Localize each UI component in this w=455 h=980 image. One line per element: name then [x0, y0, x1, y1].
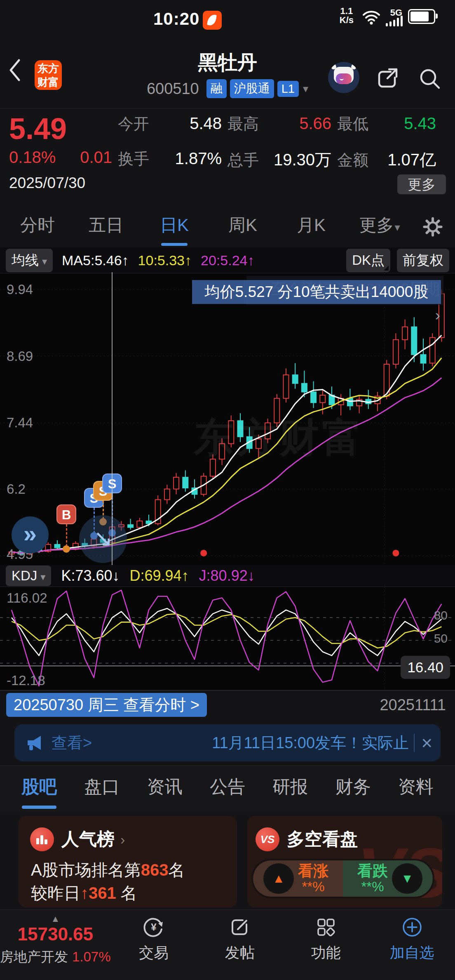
selected-date-badge[interactable]: 20250730 周三 查看分时 > [6, 693, 207, 717]
assistant-robot-button[interactable] [328, 62, 359, 93]
nav-trade-button[interactable]: ¥ 交易 [111, 910, 197, 980]
chevron-down-icon[interactable]: ▾ [303, 82, 308, 95]
nav-post-button[interactable]: 发帖 [197, 910, 283, 980]
y-axis-label: 7.44 [7, 415, 33, 431]
notice-marquee-bar[interactable]: 查看> 11月11日15:00发车！实际止 × [14, 724, 441, 761]
app-screen: 10:20 1.1 K/s 5G [0, 0, 455, 980]
connect-badge: 沪股通 [230, 79, 274, 98]
watermark: 东方财富 [194, 412, 365, 465]
more-stats-button[interactable]: 更多 [397, 174, 446, 194]
market-rank-line: A股市场排名第863名 [31, 859, 185, 881]
ma20-value: 20:5.24↑ [201, 252, 254, 269]
kdj-indicator-bar: KDJ▾ K:73.60↓ D:69.94↑ J:80.92↓ [0, 565, 455, 587]
long-short-card[interactable]: VS VS 多空看盘 ▲ 看涨 **% 看跌 **% ▼ [247, 816, 442, 907]
chevron-right-icon: › [120, 832, 125, 848]
eastmoney-app-icon [203, 11, 222, 30]
title-bar: 东方 财富 黑牡丹 600510 融 沪股通 L1 ▾ [0, 31, 455, 108]
chevron-down-icon: ▾ [42, 256, 47, 267]
kdj-chart[interactable]: 116.02 -12.18 80 50 [0, 587, 455, 690]
tab-minute[interactable]: 分时 [3, 206, 72, 247]
nav-add-watchlist-button[interactable]: 加自选 [369, 910, 455, 980]
sector-index-name: 房地产开发1.07% [0, 948, 111, 966]
forward-adjust-button[interactable]: 前复权 [397, 249, 449, 272]
grid-apps-icon [283, 916, 369, 939]
y-axis-label: 4.95 [7, 547, 33, 562]
kdj-j-value: J:80.92↓ [199, 567, 255, 584]
notice-prefix[interactable]: 查看> [52, 733, 92, 754]
tab-research[interactable]: 研报 [272, 766, 308, 812]
kdj-grid-80-label: 80 [434, 608, 448, 622]
ma10-value: 10:5.33↑ [138, 252, 192, 269]
ma-selector-button[interactable]: 均线▾ [6, 249, 53, 272]
stat-volume: 总手19.30万 [228, 148, 331, 171]
x-axis-end-date: 20251111 [380, 696, 446, 714]
tab-monthly-k[interactable]: 月K [277, 206, 345, 247]
kdj-grid-50-label: 50 [434, 631, 448, 645]
bull-percent: **% [298, 879, 328, 894]
popularity-card[interactable]: 人气榜 › A股市场排名第863名 较昨日↑361 名 [19, 816, 237, 907]
expand-arrow-icon[interactable]: ▲ [0, 915, 111, 923]
kdj-selector-button[interactable]: KDJ▾ [6, 565, 51, 586]
bear-arrow-icon: ▼ [392, 863, 422, 894]
chevron-right-icon: › [435, 302, 440, 329]
ma5-value: MA5:5.46↑ [62, 252, 129, 269]
sector-index-item[interactable]: ▲ 15730.65 房地产开发1.07% [0, 910, 111, 980]
stat-amount: 金额1.07亿 [337, 148, 436, 171]
bear-label: 看跌 [357, 863, 388, 880]
tab-order-book[interactable]: 盘口 [84, 766, 120, 812]
tab-daily-k[interactable]: 日K [140, 206, 209, 247]
stat-high: 最高5.66 [228, 113, 331, 134]
tab-more-periods[interactable]: 更多▾ [345, 206, 414, 247]
flame-icon [207, 14, 217, 26]
tab-profile[interactable]: 资料 [398, 766, 434, 812]
close-icon[interactable]: × [421, 732, 432, 754]
ranking-icon [30, 827, 54, 851]
bear-side-button[interactable]: 看跌 **% ▼ [343, 860, 433, 897]
kdj-k-value: K:73.60↓ [61, 567, 120, 584]
y-axis-label: 9.94 [7, 282, 33, 297]
vs-icon: VS [256, 827, 279, 851]
kdj-max-label: 116.02 [7, 590, 47, 606]
crosshair-value-badge: 16.40 [401, 656, 450, 679]
nav-functions-button[interactable]: 功能 [283, 910, 369, 980]
quote-date: 2025/07/30 [9, 174, 85, 192]
stat-turnover: 换手1.87% [118, 148, 222, 171]
bull-side-button[interactable]: ▲ 看涨 **% [253, 860, 343, 897]
up-arrow-icon: ↑ [80, 884, 89, 902]
status-bar: 10:20 1.1 K/s 5G [0, 0, 455, 31]
chart-settings-gear-icon[interactable] [414, 215, 452, 239]
change-percent: 0.18% [9, 148, 56, 167]
price-change: 0.18% 0.01 [9, 148, 112, 167]
content-tabs: 股吧 盘口 资讯 公告 研报 财务 资料 [0, 766, 455, 812]
tab-news[interactable]: 资讯 [147, 766, 183, 812]
tab-financials[interactable]: 财务 [335, 766, 371, 812]
search-icon[interactable] [417, 66, 443, 92]
y-axis-label: 6.2 [7, 481, 26, 497]
trade-yuan-icon: ¥ [111, 916, 197, 939]
rank-change-line: 较昨日↑361 名 [31, 882, 137, 905]
notice-message[interactable]: 11月11日15:00发车！实际止 [212, 733, 409, 754]
chart-period-tabs: 分时 五日 日K 周K 月K 更多▾ [0, 206, 455, 247]
margin-badge: 融 [206, 79, 227, 98]
tab-stock-forum[interactable]: 股吧 [21, 766, 57, 812]
bear-percent: **% [357, 879, 388, 894]
level-badge: L1 [277, 81, 299, 97]
sector-index-value: 15730.65 [0, 924, 111, 945]
trade-tooltip: 均价5.527 分10笔共卖出14000股 [192, 280, 441, 304]
notice-divider [414, 734, 415, 752]
kdj-min-label: -12.18 [7, 673, 45, 688]
stat-low: 最低5.43 [337, 113, 436, 134]
long-short-card-title: 多空看盘 [287, 827, 358, 851]
wifi-icon [362, 9, 381, 25]
dk-point-button[interactable]: DK点 [346, 249, 390, 272]
quote-stats: 今开5.48 最高5.66 最低5.43 换手1.87% 总手19.30万 金额… [118, 113, 446, 171]
tab-announcements[interactable]: 公告 [210, 766, 245, 812]
candlestick-chart[interactable]: 东方财富 9.94 8.69 7.44 6.2 4.95 至今涨幅 79.28%… [0, 273, 455, 565]
tab-weekly-k[interactable]: 周K [209, 206, 277, 247]
network-speed: 1.1 K/s [340, 7, 354, 25]
tab-5day[interactable]: 五日 [72, 206, 140, 247]
bull-arrow-icon: ▲ [263, 863, 294, 894]
add-plus-circle-icon [369, 916, 455, 939]
share-icon[interactable] [374, 66, 400, 92]
bull-label: 看涨 [298, 863, 328, 880]
